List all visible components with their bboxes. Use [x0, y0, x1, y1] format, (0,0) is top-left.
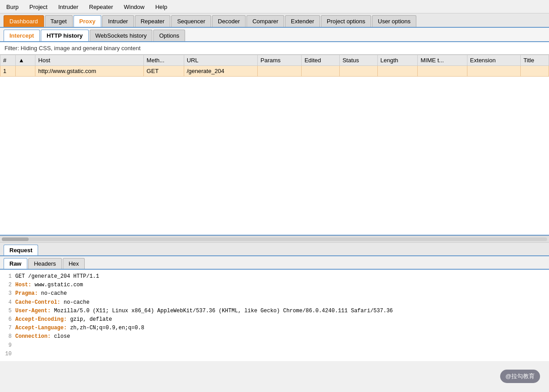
menu-window[interactable]: Window [122, 3, 146, 11]
table-cell: http://www.gstatic.com [35, 66, 144, 77]
line-number: 6 [4, 315, 12, 324]
table-cell [418, 66, 467, 77]
code-line: 6Accept-Encoding: gzip, deflate [4, 315, 545, 324]
col-num[interactable]: # [0, 55, 16, 66]
tab-decoder[interactable]: Decoder [212, 15, 246, 27]
line-number: 9 [4, 341, 12, 350]
table-cell [258, 66, 302, 77]
main-layout: Dashboard Target Proxy Intruder Repeater… [0, 13, 549, 391]
line-number: 3 [4, 289, 12, 298]
sub-tab-hex[interactable]: Hex [63, 258, 85, 269]
col-host[interactable]: Host [35, 55, 144, 66]
tab-websockets-history[interactable]: WebSockets history [90, 30, 153, 41]
scrollbar-track[interactable] [2, 237, 547, 241]
line-content: Connection: close [15, 332, 70, 341]
col-mime[interactable]: MIME t... [418, 55, 467, 66]
col-sort[interactable]: ▲ [16, 55, 35, 66]
line-number: 5 [4, 307, 12, 315]
line-content: Cache-Control: no-cache [15, 298, 90, 307]
code-line: 4Cache-Control: no-cache [4, 298, 545, 307]
line-content: Pragma: no-cache [15, 289, 67, 298]
sub-tab-raw[interactable]: Raw [4, 258, 27, 269]
tab-dashboard[interactable]: Dashboard [4, 15, 44, 27]
tab-repeater[interactable]: Repeater [135, 15, 170, 27]
table-cell: GET [144, 66, 184, 77]
request-code-area: 1GET /generate_204 HTTP/1.12Host: www.gs… [0, 270, 549, 361]
line-content: GET /generate_204 HTTP/1.1 [15, 272, 99, 281]
menu-intruder[interactable]: Intruder [56, 3, 80, 11]
line-content: Accept-Language: zh,zh-CN;q=0.9,en;q=0.8 [15, 324, 144, 332]
tab-proxy[interactable]: Proxy [73, 15, 101, 27]
tab-target[interactable]: Target [45, 15, 73, 27]
line-content: User-Agent: Mozilla/5.0 (X11; Linux x86_… [15, 307, 393, 315]
tab-comparer[interactable]: Comparer [246, 15, 284, 27]
line-number: 10 [4, 350, 12, 358]
code-line: 2Host: www.gstatic.com [4, 281, 545, 289]
table-cell [340, 66, 378, 77]
code-line: 10 [4, 350, 545, 358]
line-number: 7 [4, 324, 12, 332]
table-cell [302, 66, 340, 77]
table-cell: 1 [0, 66, 16, 77]
tab-intercept[interactable]: Intercept [4, 30, 40, 41]
tab-intruder[interactable]: Intruder [102, 15, 134, 27]
menu-burp[interactable]: Burp [4, 3, 20, 11]
tab-sequencer[interactable]: Sequencer [171, 15, 211, 27]
col-params[interactable]: Params [258, 55, 302, 66]
upper-panel: Intercept HTTP history WebSockets histor… [0, 28, 549, 243]
col-method[interactable]: Meth... [144, 55, 184, 66]
col-extension[interactable]: Extension [467, 55, 520, 66]
http-history-table-container[interactable]: # ▲ Host Meth... URL Params Edited Statu… [0, 55, 549, 236]
code-line: 8Connection: close [4, 332, 545, 341]
lower-panel: Request Raw Headers Hex 1GET /generate_2… [0, 243, 549, 391]
col-title[interactable]: Title [520, 55, 549, 66]
tab-bar-secondary: Intercept HTTP history WebSockets histor… [0, 28, 549, 42]
table-cell [467, 66, 520, 77]
code-line: 5User-Agent: Mozilla/5.0 (X11; Linux x86… [4, 307, 545, 315]
tab-extender[interactable]: Extender [285, 15, 320, 27]
tab-user-options[interactable]: User options [372, 15, 416, 27]
col-status[interactable]: Status [340, 55, 378, 66]
tab-http-history[interactable]: HTTP history [41, 30, 89, 41]
tab-request[interactable]: Request [4, 245, 38, 255]
watermark: @拉勾教育 [500, 370, 540, 383]
sub-tab-bar: Raw Headers Hex [0, 256, 549, 270]
line-number: 2 [4, 281, 12, 289]
menu-project[interactable]: Project [27, 3, 49, 11]
line-number: 8 [4, 332, 12, 341]
tab-project-options[interactable]: Project options [321, 15, 371, 27]
code-line: 3Pragma: no-cache [4, 289, 545, 298]
col-length[interactable]: Length [377, 55, 418, 66]
code-line: 7Accept-Language: zh,zh-CN;q=0.9,en;q=0.… [4, 324, 545, 332]
code-line: 1GET /generate_204 HTTP/1.1 [4, 272, 545, 281]
line-content: Host: www.gstatic.com [15, 281, 83, 289]
filter-bar[interactable]: Filter: Hiding CSS, image and general bi… [0, 42, 549, 55]
line-content: Accept-Encoding: gzip, deflate [15, 315, 112, 324]
line-number: 1 [4, 272, 12, 281]
line-number: 4 [4, 298, 12, 307]
tab-options[interactable]: Options [153, 30, 185, 41]
request-tab-bar: Request [0, 243, 549, 256]
menu-help[interactable]: Help [153, 3, 169, 11]
table-cell: /generate_204 [184, 66, 258, 77]
menu-bar: Burp Project Intruder Repeater Window He… [0, 0, 549, 13]
table-row[interactable]: 1http://www.gstatic.comGET/generate_204 [0, 66, 549, 77]
tab-bar-primary: Dashboard Target Proxy Intruder Repeater… [0, 13, 549, 28]
scrollbar-thumb[interactable] [2, 237, 29, 241]
filter-text: Filter: Hiding CSS, image and general bi… [4, 45, 141, 52]
http-history-table: # ▲ Host Meth... URL Params Edited Statu… [0, 55, 549, 77]
table-cell [16, 66, 35, 77]
table-cell [520, 66, 549, 77]
col-edited[interactable]: Edited [302, 55, 340, 66]
horizontal-scrollbar[interactable] [0, 236, 549, 243]
code-line: 9 [4, 341, 545, 350]
table-cell [377, 66, 418, 77]
menu-repeater[interactable]: Repeater [87, 3, 115, 11]
sub-tab-headers[interactable]: Headers [28, 258, 62, 269]
col-url[interactable]: URL [184, 55, 258, 66]
